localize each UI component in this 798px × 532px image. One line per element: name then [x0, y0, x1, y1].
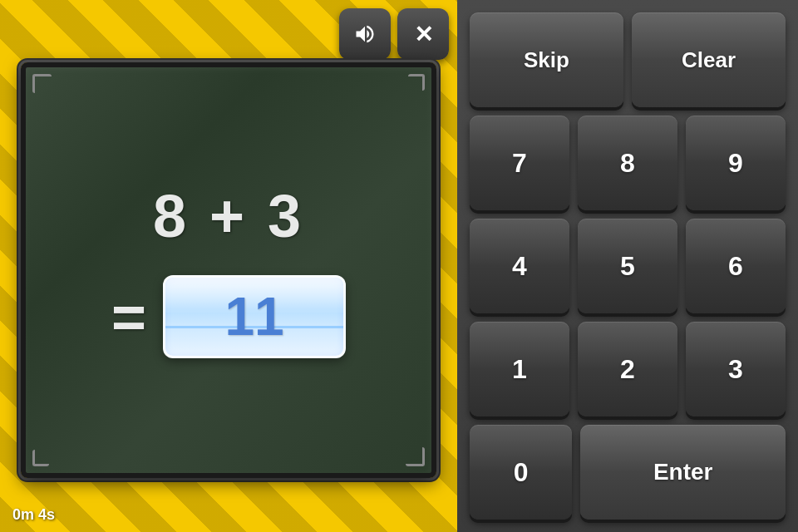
- timer: 0m 4s: [12, 506, 55, 524]
- equation-display: 8 + 3: [153, 182, 304, 250]
- answer-box: 11: [163, 275, 346, 358]
- answer-value: 11: [224, 286, 283, 347]
- clear-button[interactable]: Clear: [632, 12, 786, 107]
- key-7[interactable]: 7: [470, 116, 569, 210]
- row-123: 1 2 3: [470, 322, 786, 416]
- key-5[interactable]: 5: [578, 219, 677, 313]
- sound-button[interactable]: [339, 8, 391, 60]
- key-8[interactable]: 8: [578, 116, 677, 210]
- skip-button[interactable]: Skip: [470, 12, 623, 107]
- key-2[interactable]: 2: [578, 322, 677, 416]
- close-icon: ✕: [414, 21, 433, 48]
- row-0-enter: 0 Enter: [470, 425, 786, 520]
- key-6[interactable]: 6: [686, 219, 786, 313]
- key-0[interactable]: 0: [470, 425, 572, 520]
- chalkboard: 8 + 3 = 11: [21, 62, 436, 478]
- row-789: 7 8 9: [470, 116, 786, 210]
- right-panel: Skip Clear 7 8 9 4 5 6 1 2 3 0 Enter: [457, 0, 798, 532]
- key-4[interactable]: 4: [470, 219, 569, 313]
- key-3[interactable]: 3: [686, 322, 786, 416]
- app-container: ✕ 8 + 3 = 11 0m 4s Skip Clear: [0, 0, 798, 532]
- sound-icon: [353, 22, 377, 46]
- left-panel: ✕ 8 + 3 = 11 0m 4s: [0, 0, 457, 532]
- corner-tr-decoration: [408, 74, 425, 91]
- key-9[interactable]: 9: [686, 116, 786, 210]
- enter-button[interactable]: Enter: [580, 425, 786, 520]
- answer-row: = 11: [111, 275, 346, 358]
- top-buttons: ✕: [339, 8, 449, 60]
- close-button[interactable]: ✕: [397, 8, 449, 60]
- skip-clear-row: Skip Clear: [470, 12, 786, 107]
- equals-sign: =: [111, 283, 146, 351]
- row-456: 4 5 6: [470, 219, 786, 313]
- corner-bl-decoration: [32, 450, 49, 466]
- timer-label: 0m 4s: [12, 506, 55, 523]
- key-1[interactable]: 1: [470, 322, 569, 416]
